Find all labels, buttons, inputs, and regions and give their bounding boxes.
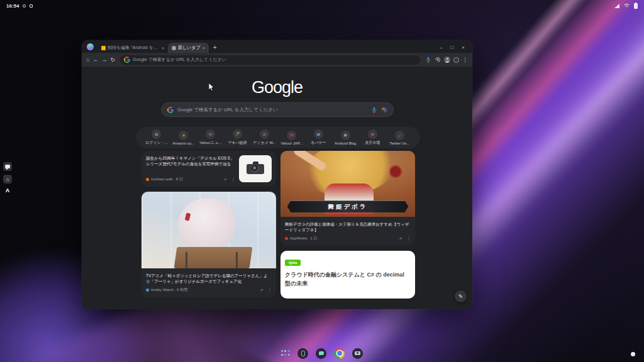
shortcut-item[interactable]: Y! Yahoo! JAP... <box>279 131 304 145</box>
taskbar <box>0 346 644 360</box>
tab-title: 招待を編集 "Android をデス <box>108 45 160 51</box>
home-tool-icon[interactable]: ⌂ <box>3 175 12 184</box>
shortcut-label: Yahoo! JAP... <box>280 141 303 145</box>
download-icon[interactable]: ↓ <box>453 57 459 63</box>
shortcut-glyph: D <box>263 133 265 136</box>
message-glyph <box>319 351 324 355</box>
shortcut-label: Twitter Us... <box>389 141 409 145</box>
forward-button[interactable]: → <box>101 57 107 63</box>
shortcut-item[interactable]: a Amazon.co... <box>171 131 196 145</box>
status-bar: 16:54 <box>0 0 644 11</box>
google-g-icon <box>167 107 174 113</box>
feed-card-figure[interactable]: TVアニメ「時々ボソッとロシア語でデレる隣のアーリャさん」より「アーリャ」がオリ… <box>142 192 276 297</box>
share-icon[interactable]: ↗ <box>260 288 263 293</box>
omnibox[interactable]: Google で検索するか URL を入力してください <box>120 55 420 65</box>
shortcut-item[interactable]: M モバゲー <box>306 129 331 146</box>
card-title: クラウド時代の金融システムと C# の decimal 型の未来 <box>285 271 411 288</box>
lens-icon[interactable] <box>381 107 387 113</box>
shortcut-glyph: ✓ <box>398 133 401 138</box>
close-tab-icon[interactable]: × <box>162 46 164 50</box>
figure-art <box>236 252 238 268</box>
share-icon[interactable]: ↗ <box>223 177 226 182</box>
source-favicon <box>146 178 149 181</box>
shortcut-glyph: M <box>317 133 320 136</box>
app-launcher-icon[interactable] <box>281 350 290 356</box>
omnibox-placeholder: Google で検索するか URL を入力してください <box>133 57 226 63</box>
source-favicon <box>146 288 149 292</box>
assistive-label[interactable]: A <box>6 187 10 194</box>
close-tab-icon[interactable]: × <box>203 46 205 50</box>
source-favicon <box>285 237 288 240</box>
messages-app-icon[interactable] <box>316 348 326 359</box>
card-source: Hobby Watch · 6 時間 <box>151 287 187 293</box>
wifi-icon <box>623 3 630 8</box>
new-tab-page: Google Google で検索するか URL を入力してください <box>82 67 472 309</box>
desktop: 16:54 ⌂ A 招待を編集 "Android をデス × 新しいタブ <box>0 0 644 362</box>
card-title: 誕生から20周年！キヤノン「デジタル EOS 5」シリーズ歴代7モデルの進化を実… <box>146 155 235 167</box>
shortcut-label: モバゲー <box>311 140 326 146</box>
shortcut-glyph: ア <box>236 131 240 137</box>
share-icon[interactable]: ↗ <box>399 236 402 241</box>
new-tab-button[interactable]: + <box>213 44 217 51</box>
card-menu-icon[interactable]: ⋮ <box>407 236 411 241</box>
shortcut-glyph: a <box>182 133 184 137</box>
reload-button[interactable]: ↻ <box>110 57 115 63</box>
close-window-button[interactable]: × <box>462 45 465 50</box>
camera-glyph <box>355 351 360 355</box>
cast-status-icon <box>30 4 33 8</box>
phone-app-icon[interactable] <box>297 348 308 359</box>
card-source: AppMedia · 1 日 <box>290 236 317 241</box>
shortcut-item[interactable]: ア アキバ総研 <box>225 129 250 146</box>
mic-icon[interactable] <box>425 57 431 63</box>
tray-indicator[interactable] <box>631 352 635 356</box>
feed-card-camera[interactable]: 誕生から20周年！キヤノン「デジタル EOS 5」シリーズ歴代7モデルの進化を実… <box>142 151 276 187</box>
camera-app-icon[interactable] <box>352 348 363 359</box>
minimize-button[interactable]: – <box>440 45 442 50</box>
back-button[interactable]: ← <box>92 57 98 63</box>
search-placeholder: Google で検索するか URL を入力してください <box>177 107 367 113</box>
feed-card-game[interactable]: 舞姫デボラ 舞姫デボラの評価と個体値・ステ振り＆克己継承おすすめ【ウィザードリィ… <box>280 151 415 246</box>
shortcut-item[interactable]: B Android Blog <box>333 131 358 145</box>
game-art <box>387 163 404 180</box>
shortcut-item[interactable]: Y! Yahoo!ニュ... <box>198 129 223 146</box>
shortcut-item[interactable]: D デジカメ W... <box>252 129 277 146</box>
search-box[interactable]: Google で検索するか URL を入力してください <box>161 102 394 117</box>
shortcut-item[interactable]: G ログイン・... <box>144 129 169 146</box>
pencil-icon: ✎ <box>458 293 464 300</box>
shortcut-glyph: G <box>155 133 158 136</box>
profile-chip-icon[interactable] <box>87 43 94 50</box>
lens-icon[interactable] <box>435 57 441 63</box>
doc-favicon <box>101 46 106 50</box>
mic-icon[interactable] <box>371 107 377 113</box>
shortcut-label: デジカメ W... <box>253 140 276 146</box>
browser-toolbar: ⌂ ← → ↻ Google で検索するか URL を入力してください <box>82 53 472 67</box>
tab-new-tab[interactable]: 新しいタブ × <box>168 43 209 53</box>
tab-edit-invite[interactable]: 招待を編集 "Android をデス × <box>97 43 168 53</box>
shortcuts-bar: G ログイン・... a Amazon.co... Y! Yahoo!ニュ...… <box>136 127 420 148</box>
shortcut-label: 楽天市場 <box>365 140 380 146</box>
card-title: TVアニメ「時々ボソッとロシア語でデレる隣のアーリャさん」より「アーリャ」がオリ… <box>146 273 272 284</box>
card-menu-icon[interactable]: ⋮ <box>231 177 236 182</box>
shortcut-item[interactable]: R 楽天市場 <box>360 129 385 146</box>
card-source: GetNavi web · 8 日 <box>151 177 183 182</box>
feed-column-left: 誕生から20周年！キヤノン「デジタル EOS 5」シリーズ歴代7モデルの進化を実… <box>142 151 276 302</box>
home-button[interactable]: ⌂ <box>86 57 89 63</box>
shortcut-glyph: Y! <box>289 133 293 137</box>
feed-column-right: 舞姫デボラ 舞姫デボラの評価と個体値・ステ振り＆克己継承おすすめ【ウィザードリィ… <box>280 151 415 304</box>
card-title: 舞姫デボラの評価と個体値・ステ振り＆克己継承おすすめ【ウィザードリィダフネ】 <box>285 221 411 233</box>
feed-card-qiita[interactable]: Qiita クラウド時代の金融システムと C# の decimal 型の未来 <box>280 251 415 299</box>
shortcut-item[interactable]: ✓ Twitter Us... <box>387 131 412 145</box>
chat-tool-icon[interactable] <box>3 162 12 171</box>
customize-chrome-button[interactable]: ✎ <box>455 290 467 302</box>
edge-toolbar: ⌂ A <box>3 162 12 194</box>
browser-menu-icon[interactable]: ⋮ <box>462 57 468 63</box>
card-menu-icon[interactable]: ⋮ <box>268 288 272 293</box>
shortcut-label: Amazon.co... <box>172 141 194 145</box>
figure-image <box>142 192 276 268</box>
chrome-app-icon[interactable] <box>334 348 345 359</box>
quick-settings[interactable] <box>614 3 638 9</box>
battery-icon <box>634 3 638 9</box>
maximize-button[interactable]: □ <box>450 45 453 50</box>
google-logo: Google <box>82 78 472 97</box>
profile-avatar-icon[interactable] <box>444 57 450 63</box>
